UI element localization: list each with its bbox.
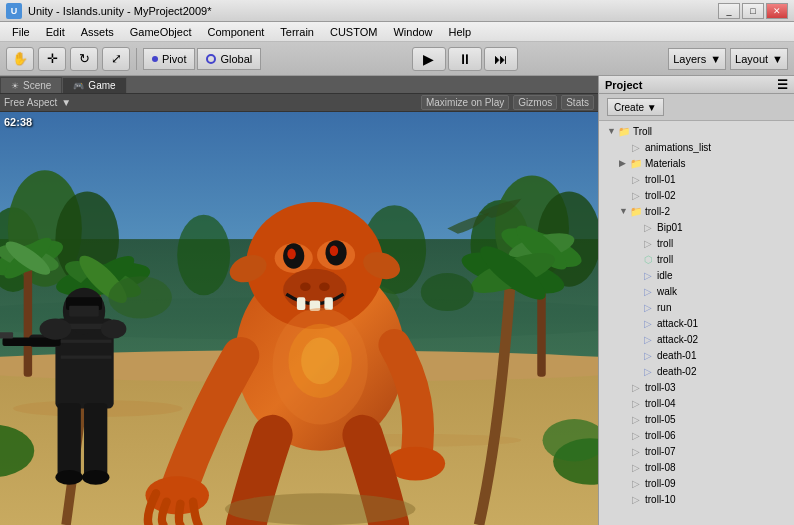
layout-dropdown[interactable]: Layout ▼ [730,48,788,70]
separator-1 [136,48,137,70]
tree-item-troll-02[interactable]: ▷ troll-02 [599,187,794,203]
anim-icon: ▷ [641,301,655,313]
tree-item-label: animations_list [645,142,711,153]
pivot-button[interactable]: Pivot [143,48,195,70]
tree-item-bip01[interactable]: ▷ Bip01 [599,219,794,235]
svg-point-50 [101,320,126,339]
tree-item-troll-10[interactable]: ▷ troll-10 [599,491,794,507]
tree-item-death-02[interactable]: ▷ death-02 [599,363,794,379]
maximize-on-play-button[interactable]: Maximize on Play [421,95,509,110]
scene-tab[interactable]: ☀ Scene [0,77,62,93]
tree-item-idle[interactable]: ▷ idle [599,267,794,283]
file-icon: ▷ [629,493,643,505]
tree-item-label: Bip01 [657,222,683,233]
play-button[interactable]: ▶ [412,47,446,71]
svg-point-57 [287,249,295,260]
pause-button[interactable]: ⏸ [448,47,482,71]
tree-item-materials-folder[interactable]: ▶ 📁 Materials [599,155,794,171]
svg-rect-16 [24,260,32,376]
tree-arrow: ▼ [607,126,617,136]
tree-item-troll-2-folder[interactable]: ▼ 📁 troll-2 [599,203,794,219]
stats-button[interactable]: Stats [561,95,594,110]
left-panel: ☀ Scene 🎮 Game Free Aspect ▼ Maximize on… [0,76,598,525]
tree-item-attack-02[interactable]: ▷ attack-02 [599,331,794,347]
tree-item-walk[interactable]: ▷ walk [599,283,794,299]
file-icon: ▷ [629,413,643,425]
layers-arrow-icon: ▼ [710,53,721,65]
tree-item-label: troll-08 [645,462,676,473]
tree-item-label: Troll [633,126,652,137]
tree-item-run[interactable]: ▷ run [599,299,794,315]
folder-icon: 📁 [629,157,643,169]
tree-item-animations-list[interactable]: ▷ animations_list [599,139,794,155]
gizmos-button[interactable]: Gizmos [513,95,557,110]
title-bar: U Unity - Islands.unity - MyProject2009*… [0,0,794,22]
tree-item-label: Materials [645,158,686,169]
pivot-label: Pivot [162,53,186,65]
menu-terrain[interactable]: Terrain [272,22,322,41]
tree-item-troll-08[interactable]: ▷ troll-08 [599,459,794,475]
tree-item-troll-anim[interactable]: ▷ troll [599,235,794,251]
tree-item-label: attack-02 [657,334,698,345]
window-controls: _ □ ✕ [718,3,788,19]
svg-point-49 [40,319,72,340]
svg-point-44 [55,470,83,485]
menu-edit[interactable]: Edit [38,22,73,41]
game-tab[interactable]: 🎮 Game [62,77,126,93]
tree-item-troll-09[interactable]: ▷ troll-09 [599,475,794,491]
menu-window[interactable]: Window [385,22,440,41]
menu-help[interactable]: Help [441,22,480,41]
layout-label: Layout [735,53,768,65]
layers-dropdown[interactable]: Layers ▼ [668,48,726,70]
svg-rect-43 [84,403,107,477]
tree-item-troll-folder[interactable]: ▼ 📁 Troll [599,123,794,139]
tree-item-label: troll-06 [645,430,676,441]
menu-assets[interactable]: Assets [73,22,122,41]
layers-label: Layers [673,53,706,65]
tree-item-label: troll-05 [645,414,676,425]
main-area: ☀ Scene 🎮 Game Free Aspect ▼ Maximize on… [0,76,794,525]
hand-tool-button[interactable]: ✋ [6,47,34,71]
scale-tool-button[interactable]: ⤢ [102,47,130,71]
tree-item-death-01[interactable]: ▷ death-01 [599,347,794,363]
tree-item-attack-01[interactable]: ▷ attack-01 [599,315,794,331]
menu-component[interactable]: Component [199,22,272,41]
svg-point-32 [108,276,172,318]
tree-item-label: troll [657,238,673,249]
global-button[interactable]: Global [197,48,261,70]
tree-item-troll-01[interactable]: ▷ troll-01 [599,171,794,187]
tree-item-troll-03[interactable]: ▷ troll-03 [599,379,794,395]
tree-item-troll-07[interactable]: ▷ troll-07 [599,443,794,459]
close-button[interactable]: ✕ [766,3,788,19]
game-toolbar-right: Maximize on Play Gizmos Stats [421,95,594,110]
tree-item-troll-mesh[interactable]: ⬡ troll [599,251,794,267]
file-icon: ▷ [629,173,643,185]
anim-icon: ▷ [641,365,655,377]
tree-item-label: troll-02 [645,190,676,201]
svg-point-64 [319,282,330,290]
create-button[interactable]: Create ▼ [607,98,664,116]
menu-custom[interactable]: CUSTOM [322,22,385,41]
file-icon: ▷ [629,189,643,201]
global-globe-icon [206,54,216,64]
anim-icon: ▷ [641,317,655,329]
tree-item-label: troll-07 [645,446,676,457]
panel-menu-icon[interactable]: ☰ [777,78,788,92]
rotate-tool-button[interactable]: ↻ [70,47,98,71]
game-tab-icon: 🎮 [73,81,84,91]
maximize-button[interactable]: □ [742,3,764,19]
tree-item-troll-06[interactable]: ▷ troll-06 [599,427,794,443]
minimize-button[interactable]: _ [718,3,740,19]
tree-item-troll-04[interactable]: ▷ troll-04 [599,395,794,411]
menu-gameobject[interactable]: GameObject [122,22,200,41]
aspect-select[interactable]: Free Aspect [4,97,57,108]
svg-rect-48 [61,356,112,359]
tree-item-troll-05[interactable]: ▷ troll-05 [599,411,794,427]
tree-item-label: troll-04 [645,398,676,409]
step-button[interactable]: ⏭ [484,47,518,71]
move-tool-button[interactable]: ✛ [38,47,66,71]
view-tabs: ☀ Scene 🎮 Game [0,76,598,94]
layout-arrow-icon: ▼ [772,53,783,65]
file-tree[interactable]: ▼ 📁 Troll ▷ animations_list ▶ 📁 Material… [599,121,794,525]
menu-file[interactable]: File [4,22,38,41]
